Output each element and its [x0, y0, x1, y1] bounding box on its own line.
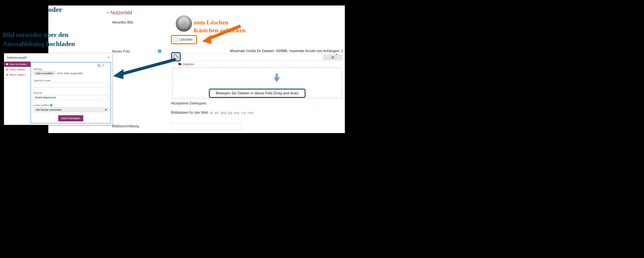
- view-tree-button[interactable]: [336, 55, 342, 60]
- file-limits: Maximale Größe für Dateien: 500MB, maxim…: [230, 49, 343, 53]
- annotation-blue: Bild entweder über den Auswahldialog hoc…: [3, 30, 75, 48]
- sidebar-item-label: Meine Dateien: [10, 74, 25, 76]
- sidebar-item-label: Datei hochladen: [10, 63, 27, 66]
- view-toggle: [323, 55, 342, 60]
- files-icon: [6, 74, 8, 76]
- accepted-types-heading: Akzeptierte Dateitypen:: [171, 101, 207, 105]
- license-label-text: Lizenz wählen: [34, 104, 49, 106]
- label-anhang: Anhang: [34, 68, 108, 70]
- help-icon[interactable]: ?: [158, 49, 162, 53]
- accepted-types-row: Bilddateien für das Web .gif .jpe .jpeg …: [171, 111, 254, 115]
- add-file-highlight-box: [171, 52, 181, 61]
- dialog-header: Dateiauswahl ×: [4, 54, 112, 61]
- view-grid-button[interactable]: [323, 55, 330, 60]
- view-tree-button[interactable]: ▪: [105, 64, 109, 67]
- accepted-types-ext: .gif .jpe .jpeg .jpg .png .svg .svgz: [209, 111, 254, 114]
- label-save-as: Speichern unter: [34, 79, 108, 82]
- label-author: Autor/in: [34, 92, 108, 94]
- accepted-types-prefix: Bilddateien für das Web: [171, 111, 208, 114]
- label-aktuelles-bild: Aktuelles Bild: [112, 21, 133, 25]
- files-breadcrumb[interactable]: Dateien: [178, 62, 194, 66]
- view-list-button[interactable]: [330, 55, 336, 60]
- license-select[interactable]: Alle Rechte vorbehalten: [34, 107, 108, 112]
- delete-label: Löschen: [179, 38, 193, 42]
- dropzone-arrow-icon: [272, 73, 281, 82]
- dropzone[interactable]: Bewegen Sie Dateien in dieses Feld (Drag…: [172, 68, 342, 98]
- file-picker-dialog: Dateiauswahl × Datei hochladen Letzte Da…: [4, 53, 112, 125]
- upload-button[interactable]: Datei hochladen: [58, 115, 84, 121]
- upload-icon: [6, 63, 8, 65]
- avatar: [176, 16, 192, 32]
- author-input[interactable]: [34, 95, 108, 100]
- delete-checkbox[interactable]: [174, 38, 178, 41]
- files-label-text: Dateien: [183, 62, 194, 66]
- caret-down-icon: [106, 12, 109, 14]
- dialog-main: ▦ ≣ ▪ Anhang Datei auswählen Keine Datei…: [30, 62, 111, 123]
- annotation-oder: oder: [48, 6, 345, 14]
- view-grid-button[interactable]: ▦: [97, 64, 101, 67]
- dialog-title: Dateiauswahl: [7, 56, 26, 59]
- annotation-orange: zum Löschen Kästchen anklicken: [194, 19, 246, 35]
- delete-highlight-box: Löschen: [171, 35, 197, 44]
- add-file-icon[interactable]: [174, 54, 178, 59]
- label-neues-foto: Neues Foto: [112, 50, 130, 54]
- recent-icon: [6, 69, 8, 70]
- label-bildbeschreibung: Bildbeschreibung: [112, 124, 139, 128]
- dropzone-hint-box: Bewegen Sie Dateien in dieses Feld (Drag…: [209, 89, 305, 98]
- dialog-sidebar: Datei hochladen Letzte Dateien Meine Dat…: [4, 62, 30, 125]
- image-description-input[interactable]: [171, 123, 241, 130]
- sidebar-item-mine[interactable]: Meine Dateien: [4, 72, 30, 77]
- label-license: Lizenz wählen ?: [34, 104, 108, 106]
- folder-icon: [178, 63, 182, 65]
- close-icon[interactable]: ×: [107, 55, 110, 60]
- file-chooser-row: Datei auswählen Keine Datei ausgewählt: [34, 71, 108, 75]
- help-icon[interactable]: ?: [50, 104, 52, 106]
- sidebar-item-label: Letzte Dateien: [10, 68, 25, 71]
- dialog-view-toggle: ▦ ≣ ▪: [97, 63, 109, 67]
- file-toolbar: [171, 54, 343, 61]
- dropzone-hint-text: Bewegen Sie Dateien in dieses Feld (Drag…: [216, 91, 298, 95]
- choose-file-button[interactable]: Datei auswählen: [34, 71, 55, 75]
- section-header[interactable]: Nutzerbild: [106, 10, 132, 16]
- sidebar-item-recent[interactable]: Letzte Dateien: [4, 67, 30, 72]
- no-file-text: Keine Datei ausgewählt: [57, 72, 82, 75]
- view-list-button[interactable]: ≣: [101, 64, 105, 67]
- sidebar-item-upload[interactable]: Datei hochladen: [4, 62, 30, 67]
- section-title: Nutzerbild: [110, 10, 132, 16]
- save-as-input[interactable]: [34, 83, 108, 88]
